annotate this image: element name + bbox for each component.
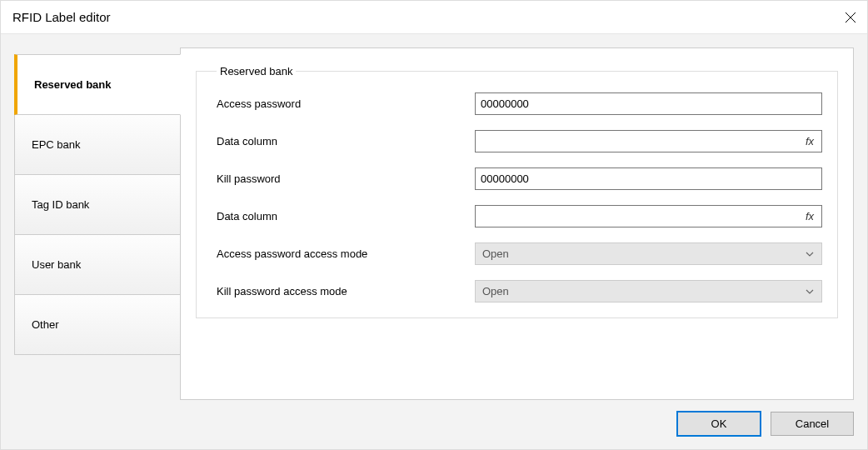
row-kill-mode: Kill password access mode Open <box>217 280 822 302</box>
tab-user-bank[interactable]: User bank <box>14 234 181 295</box>
label-data-column-1: Data column <box>217 135 475 148</box>
close-button[interactable] <box>834 1 867 34</box>
label-access-mode: Access password access mode <box>217 248 475 260</box>
label-access-password: Access password <box>217 98 475 110</box>
tab-tagid-bank[interactable]: Tag ID bank <box>14 174 181 235</box>
window-title: RFID Label editor <box>12 10 834 24</box>
data-column-2-field: fx <box>475 205 822 228</box>
tab-label: Tag ID bank <box>32 198 89 211</box>
tab-pane: Reserved bank Access password Data colum… <box>180 48 854 400</box>
chevron-down-icon <box>805 249 815 259</box>
fx-icon: fx <box>806 135 814 148</box>
ok-button[interactable]: OK <box>677 412 761 436</box>
tab-list: Reserved bank EPC bank Tag ID bank User … <box>14 48 181 400</box>
chevron-down-icon <box>805 287 815 297</box>
kill-mode-select[interactable]: Open <box>475 280 822 302</box>
group-legend: Reserved bank <box>217 65 296 78</box>
row-access-password: Access password <box>217 92 822 115</box>
dialog-footer: OK Cancel <box>14 400 854 436</box>
fx-button-1[interactable]: fx <box>798 131 821 152</box>
row-data-column-2: Data column fx <box>217 205 822 228</box>
tab-label: Other <box>32 318 59 331</box>
fx-icon: fx <box>806 210 814 222</box>
tab-label: EPC bank <box>32 138 81 151</box>
reserved-bank-group: Reserved bank Access password Data colum… <box>196 65 838 318</box>
label-data-column-2: Data column <box>217 210 475 222</box>
access-password-input[interactable] <box>475 92 822 115</box>
title-bar: RFID Label editor <box>1 1 867 34</box>
data-column-1-input[interactable] <box>476 131 798 152</box>
label-kill-password: Kill password <box>217 172 475 185</box>
cancel-button[interactable]: Cancel <box>771 412 854 436</box>
kill-mode-value: Open <box>482 285 509 298</box>
tab-epc-bank[interactable]: EPC bank <box>14 114 181 175</box>
kill-password-input[interactable] <box>475 168 822 190</box>
panel-row: Reserved bank EPC bank Tag ID bank User … <box>14 48 854 400</box>
label-kill-mode: Kill password access mode <box>217 285 475 298</box>
data-column-2-input[interactable] <box>476 206 798 227</box>
row-data-column-1: Data column fx <box>217 130 822 152</box>
fx-button-2[interactable]: fx <box>798 206 821 227</box>
tab-other[interactable]: Other <box>14 294 181 355</box>
tab-label: Reserved bank <box>34 78 112 91</box>
access-mode-select[interactable]: Open <box>475 242 822 265</box>
row-kill-password: Kill password <box>217 168 822 190</box>
tab-label: User bank <box>32 258 81 271</box>
data-column-1-field: fx <box>475 130 822 152</box>
close-icon <box>846 12 856 22</box>
access-mode-value: Open <box>482 248 509 260</box>
tab-reserved-bank[interactable]: Reserved bank <box>14 54 181 115</box>
row-access-mode: Access password access mode Open <box>217 242 822 265</box>
content-area: Reserved bank EPC bank Tag ID bank User … <box>1 34 867 449</box>
